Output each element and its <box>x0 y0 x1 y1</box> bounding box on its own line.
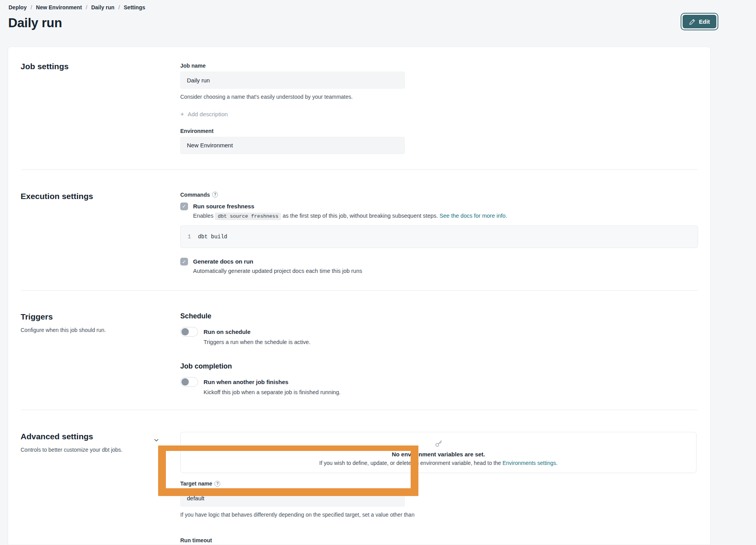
env-vars-desc-suffix: . <box>556 460 557 466</box>
breadcrumb-job[interactable]: Daily run <box>91 4 115 10</box>
commands-code-editor[interactable]: 1 dbt build <box>180 225 698 248</box>
plus-icon: + <box>180 111 184 117</box>
freshness-desc-suffix: as the first step of this job, without b… <box>283 213 438 219</box>
toggle-knob <box>181 378 189 386</box>
advanced-settings-heading: Advanced settings <box>21 432 172 441</box>
breadcrumb: Deploy / New Environment / Daily run / S… <box>9 4 145 10</box>
job-settings-section: Job settings Job name Daily run Consider… <box>8 47 710 169</box>
run-when-job-finishes-label[interactable]: Run when another job finishes <box>204 378 288 386</box>
run-on-schedule-label[interactable]: Run on schedule <box>204 328 251 336</box>
breadcrumb-deploy[interactable]: Deploy <box>9 4 27 10</box>
advanced-settings-subtitle: Controls to better customize your dbt jo… <box>21 446 145 454</box>
freshness-desc-prefix: Enables <box>193 213 213 219</box>
env-vars-desc: If you wish to define, update, or delete… <box>319 460 557 466</box>
breadcrumb-separator: / <box>86 4 87 10</box>
job-name-label: Job name <box>180 63 696 69</box>
generate-docs-desc: Automatically generate updated project d… <box>193 267 698 276</box>
execution-settings-section: Execution settings Commands ? ✓ Run sour… <box>8 170 710 291</box>
job-settings-heading: Job settings <box>21 62 172 71</box>
breadcrumb-environment[interactable]: New Environment <box>36 4 82 10</box>
run-when-job-finishes-desc: Kickoff this job when a separate job is … <box>204 389 696 395</box>
run-source-freshness-checkbox[interactable]: ✓ <box>180 203 188 210</box>
add-description-button[interactable]: + Add description <box>180 111 228 117</box>
environment-label: Environment <box>180 128 696 134</box>
run-on-schedule-desc: Triggers a run when the schedule is acti… <box>204 339 696 345</box>
triggers-section: Triggers Configure when this job should … <box>8 291 710 410</box>
environment-input[interactable]: New Environment <box>180 137 405 154</box>
chevron-down-icon[interactable] <box>153 437 159 443</box>
edit-button[interactable]: Edit <box>683 15 716 28</box>
triggers-subtitle: Configure when this job should run. <box>21 326 145 334</box>
run-when-job-finishes-toggle[interactable] <box>180 377 198 387</box>
commands-label: Commands <box>180 192 210 198</box>
job-name-input[interactable]: Daily run <box>180 72 405 89</box>
generate-docs-checkbox[interactable]: ✓ <box>180 258 188 266</box>
environments-settings-link[interactable]: Environments settings <box>503 460 556 466</box>
target-name-input[interactable]: default <box>180 489 405 507</box>
target-name-helper: If you have logic that behaves different… <box>180 511 429 520</box>
job-name-helper: Consider choosing a name that's easily u… <box>180 93 696 101</box>
freshness-code-chip: dbt source freshness <box>215 213 281 220</box>
run-timeout-label: Run timeout <box>180 537 697 543</box>
env-vars-desc-prefix: If you wish to define, update, or delete… <box>319 460 501 466</box>
env-vars-title: No environment variables are set. <box>392 451 485 458</box>
add-description-label: Add description <box>188 111 228 117</box>
editor-command-text: dbt build <box>198 234 227 240</box>
target-name-help-icon[interactable]: ? <box>214 481 220 487</box>
key-icon <box>434 439 443 448</box>
execution-settings-heading: Execution settings <box>21 192 172 201</box>
commands-help-icon[interactable]: ? <box>212 192 218 197</box>
settings-card: Job settings Job name Daily run Consider… <box>8 47 711 545</box>
toggle-knob <box>181 328 189 335</box>
run-source-freshness-desc: Enables dbt source freshness as the firs… <box>193 212 698 220</box>
job-completion-heading: Job completion <box>180 362 696 370</box>
run-on-schedule-toggle[interactable] <box>180 327 198 337</box>
advanced-settings-section: Advanced settings Controls to better cus… <box>8 410 710 545</box>
editor-line-number: 1 <box>188 234 191 240</box>
triggers-heading: Triggers <box>21 312 172 321</box>
breadcrumb-settings: Settings <box>124 4 145 10</box>
edit-button-focus-ring: Edit <box>681 13 718 30</box>
schedule-heading: Schedule <box>180 312 696 320</box>
breadcrumb-separator: / <box>118 4 120 10</box>
pencil-icon <box>689 19 695 25</box>
environment-variables-empty-state: No environment variables are set. If you… <box>180 432 697 473</box>
page-title: Daily run <box>8 16 62 30</box>
breadcrumb-separator: / <box>31 4 32 10</box>
run-source-freshness-label[interactable]: Run source freshness <box>193 202 254 210</box>
generate-docs-label[interactable]: Generate docs on run <box>193 257 253 266</box>
target-name-label: Target name <box>180 480 212 487</box>
edit-button-label: Edit <box>699 18 710 25</box>
freshness-docs-link[interactable]: See the docs for more info. <box>439 213 507 219</box>
